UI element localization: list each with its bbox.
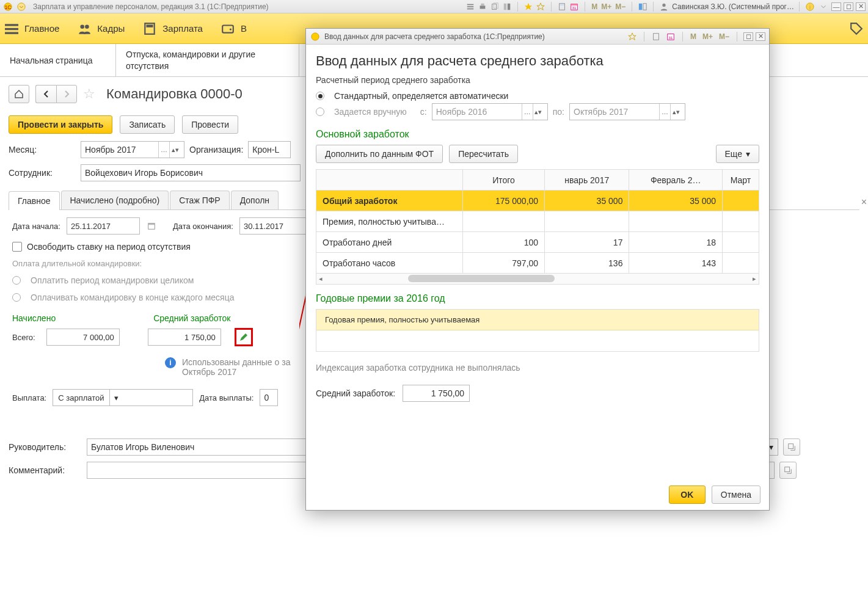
col-m1[interactable]: нварь 2017 — [545, 170, 629, 191]
star-add-icon[interactable] — [523, 1, 534, 12]
mem-m2[interactable]: M — [689, 32, 698, 41]
nav-salary[interactable]: Зарплата — [143, 22, 203, 35]
doc-close-icon[interactable]: × — [861, 197, 867, 208]
maximize-button[interactable]: ◻ — [844, 2, 853, 11]
star2-icon[interactable] — [627, 31, 638, 42]
back-button[interactable] — [35, 85, 56, 103]
close-button[interactable]: ✕ — [856, 2, 866, 11]
dropdown-icon[interactable] — [16, 1, 27, 12]
nav-main[interactable]: Главное — [5, 22, 59, 35]
scroll-left-icon[interactable]: ◂ — [319, 275, 323, 283]
month-field[interactable]: Ноябрь 2017 …▴▾ — [81, 141, 184, 158]
org-field[interactable]: Крон-L — [248, 141, 291, 158]
save-button[interactable]: Записать — [120, 115, 175, 134]
manager-open-button[interactable] — [783, 438, 800, 456]
tab-accrued-detail[interactable]: Начислено (подробно) — [61, 191, 169, 209]
calendar-icon[interactable]: 31 — [569, 1, 580, 12]
col-m2[interactable]: Февраль 2… — [629, 170, 723, 191]
range-to-field: Октябрь 2017…▴▾ — [569, 103, 685, 120]
opt-whole-radio[interactable] — [12, 276, 21, 285]
spinner-icon[interactable]: ▴▾ — [169, 142, 180, 158]
compare-icon[interactable] — [501, 1, 512, 12]
copy-icon[interactable] — [489, 1, 500, 12]
svg-rect-7 — [481, 3, 484, 5]
cancel-button[interactable]: Отмена — [712, 486, 760, 504]
date-start-field[interactable]: 25.11.2017 — [67, 217, 140, 235]
radio-standard-label: Стандартный, определяется автоматически — [334, 91, 508, 101]
user-name: Савинская З.Ю. (Системный прог… — [672, 2, 794, 11]
edit-avg-button[interactable] — [235, 328, 253, 346]
tab-start-page[interactable]: Начальная страница — [0, 44, 116, 76]
recalc-button[interactable]: Пересчитать — [449, 145, 518, 163]
svg-point-25 — [81, 24, 85, 29]
mem-mminus[interactable]: M− — [614, 2, 627, 11]
date-end-field[interactable]: 30.11.2017 — [239, 217, 313, 235]
list-icon[interactable] — [465, 1, 476, 12]
radio-manual[interactable] — [316, 107, 324, 116]
ellipsis-icon[interactable]: … — [158, 142, 169, 158]
mem-mplus2[interactable]: M+ — [701, 32, 714, 41]
modal-avg-label: Средний заработок: — [316, 388, 395, 398]
ok-button[interactable]: OK — [669, 486, 706, 504]
mem-mminus2[interactable]: M− — [718, 32, 731, 41]
col-name[interactable] — [316, 170, 463, 191]
pay-date-field[interactable]: 0 — [260, 389, 278, 406]
toolbar-group-file — [465, 1, 512, 12]
mem-mplus[interactable]: M+ — [600, 2, 613, 11]
tab-main[interactable]: Главное — [9, 191, 60, 210]
table-hscrollbar[interactable]: ◂ ▸ — [316, 274, 759, 285]
table-row[interactable]: Отработано дней 100 17 18 — [316, 232, 759, 253]
svg-rect-24 — [5, 32, 18, 34]
mem-m[interactable]: M — [590, 2, 599, 11]
info-icon[interactable]: i — [804, 1, 815, 12]
svg-text:31: 31 — [669, 35, 673, 40]
month-value: Ноябрь 2017 — [85, 145, 136, 155]
dropdown2-icon[interactable] — [818, 1, 829, 12]
home-button[interactable] — [9, 85, 29, 103]
calculator-icon[interactable] — [556, 1, 567, 12]
calculator3-icon[interactable] — [651, 31, 662, 42]
annual-row[interactable]: Годовая премия, полностью учитываемая — [316, 310, 759, 330]
user-badge[interactable]: Савинская З.Ю. (Системный прог… — [658, 1, 794, 12]
tab-additional[interactable]: Дополн — [231, 191, 279, 209]
responsible-open-button[interactable] — [779, 462, 797, 479]
tab-absences[interactable]: Отпуска, командировки и другие отсутстви… — [116, 44, 299, 76]
fill-button[interactable]: Дополнить по данным ФОТ — [316, 145, 443, 163]
post-button[interactable]: Провести — [182, 115, 238, 134]
table-row[interactable]: Общий заработок 175 000,00 35 000 35 000 — [316, 191, 759, 211]
star-icon[interactable] — [535, 1, 546, 12]
modal-avg-field[interactable]: 1 750,00 — [403, 385, 470, 402]
calendar2-icon[interactable] — [146, 220, 157, 231]
radio-standard[interactable] — [316, 92, 324, 100]
modal-close-button[interactable]: ✕ — [756, 32, 765, 41]
release-checkbox[interactable] — [12, 242, 22, 252]
table-row[interactable]: Премия, полностью учитыва… — [316, 211, 759, 232]
scroll-right-icon[interactable]: ▸ — [753, 275, 756, 283]
tab-pfr[interactable]: Стаж ПФР — [170, 191, 229, 209]
favorite-icon[interactable]: ☆ — [83, 86, 95, 102]
modal-maximize-button[interactable]: ◻ — [743, 32, 753, 41]
more-button[interactable]: Еще ▾ — [716, 145, 760, 163]
table-row[interactable]: Отработано часов 797,00 136 143 — [316, 253, 759, 274]
nav-personnel[interactable]: Кадры — [78, 22, 125, 35]
chevron-down-icon[interactable]: ▾ — [109, 390, 123, 406]
calendar3-icon[interactable]: 31 — [665, 31, 676, 42]
avg-field[interactable]: 1 750,00 — [148, 329, 221, 346]
pay-combo[interactable]: С зарплатой ▾ — [53, 389, 193, 406]
svg-point-26 — [85, 24, 89, 29]
scroll-thumb[interactable] — [408, 275, 555, 282]
panels-icon[interactable] — [637, 1, 648, 12]
employee-field[interactable]: Войцехович Игорь Борисович — [81, 164, 301, 181]
print-icon[interactable] — [477, 1, 488, 12]
col-m3[interactable]: Март — [723, 170, 759, 191]
nav-more[interactable]: В — [221, 22, 247, 35]
col-total[interactable]: Итого — [463, 170, 545, 191]
total-field[interactable]: 7 000,00 — [46, 329, 120, 346]
minimize-button[interactable]: — — [831, 2, 841, 11]
nav-attach[interactable] — [850, 22, 863, 35]
post-and-close-button[interactable]: Провести и закрыть — [9, 115, 112, 134]
forward-button[interactable] — [56, 85, 77, 103]
opt-monthly-radio[interactable] — [12, 293, 21, 302]
comment-label: Комментарий: — [9, 465, 82, 475]
toolbar-group-calc: 31 — [556, 1, 580, 12]
